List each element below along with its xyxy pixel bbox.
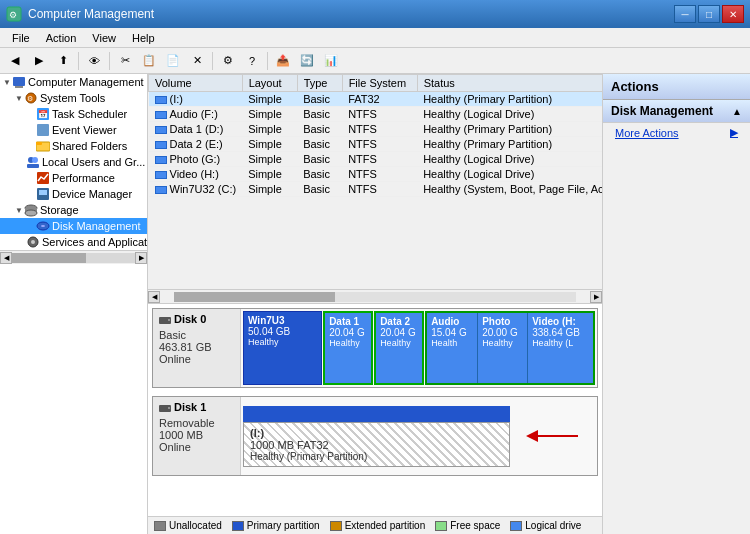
volume-name: Audio (F:) [170, 108, 218, 120]
partition-win7u3[interactable]: Win7U3 50.04 GB Healthy [243, 311, 322, 385]
layout-cell-5: Simple [242, 167, 297, 182]
layout-cell-3: Simple [242, 137, 297, 152]
tree-item-task-scheduler[interactable]: 📅 Task Scheduler [0, 106, 147, 122]
left-panel: ▼ Computer Management ▼ ⚙ System Tools 📅… [0, 74, 148, 534]
disk0-size: 463.81 GB [159, 341, 234, 353]
col-type[interactable]: Type [297, 75, 342, 92]
menu-file[interactable]: File [4, 30, 38, 46]
col-layout[interactable]: Layout [242, 75, 297, 92]
toolbar-back[interactable]: ◀ [4, 50, 26, 72]
tree-label-lu: Local Users and Gr... [42, 156, 145, 168]
table-row[interactable]: (I:)SimpleBasicFAT32Healthy (Primary Par… [149, 92, 603, 107]
vol-cell-5: Video (H:) [149, 167, 243, 182]
maximize-button[interactable]: □ [698, 5, 720, 23]
toolbar-extra[interactable]: 📊 [320, 50, 342, 72]
table-hscroll[interactable]: ◀ ▶ [148, 289, 602, 303]
tree-item-performance[interactable]: Performance [0, 170, 147, 186]
tree-item-system-tools[interactable]: ▼ ⚙ System Tools [0, 90, 147, 106]
tree-item-event-viewer[interactable]: Event Viewer [0, 122, 147, 138]
toolbar-paste[interactable]: 📄 [162, 50, 184, 72]
hscroll-left-btn[interactable]: ◀ [0, 252, 12, 264]
table-hscroll-left[interactable]: ◀ [148, 291, 160, 303]
disk1-main-partition[interactable]: (I:) 1000 MB FAT32 Healthy (Primary Part… [243, 422, 510, 467]
tree-item-services[interactable]: Services and Applicat... [0, 234, 147, 250]
tree-item-local-users[interactable]: Local Users and Gr... [0, 154, 147, 170]
svg-point-27 [168, 407, 170, 409]
layout-cell-6: Simple [242, 182, 297, 197]
partition-audio[interactable]: Audio 15.04 G Health [427, 313, 477, 383]
toolbar-show-hide[interactable]: 👁 [83, 50, 105, 72]
toolbar-up[interactable]: ⬆ [52, 50, 74, 72]
volume-name: Data 1 (D:) [170, 123, 224, 135]
col-status[interactable]: Status [417, 75, 602, 92]
main-layout: ▼ Computer Management ▼ ⚙ System Tools 📅… [0, 74, 750, 534]
disk1-partition[interactable]: (I:) 1000 MB FAT32 Healthy (Primary Part… [243, 406, 510, 467]
svg-text:⚙: ⚙ [27, 95, 33, 102]
table-scroll[interactable]: Volume Layout Type File System Status (I… [148, 74, 602, 289]
tree-label-dm: Device Manager [52, 188, 132, 200]
actions-more-label: More Actions [615, 127, 679, 139]
table-hscroll-right[interactable]: ▶ [590, 291, 602, 303]
partition-video[interactable]: Video (H: 338.64 GB Healthy (L [527, 313, 593, 383]
col-fs[interactable]: File System [342, 75, 417, 92]
volume-icon [155, 171, 167, 179]
partition-data1[interactable]: Data 1 20.04 G Healthy [323, 311, 373, 385]
legend-free: Free space [435, 520, 500, 531]
toolbar-export[interactable]: 📤 [272, 50, 294, 72]
device-manager-icon [36, 187, 50, 201]
tree-label-svc: Services and Applicat... [42, 236, 147, 248]
p-size-data2: 20.04 G [380, 327, 418, 338]
tree-item-computer-management[interactable]: ▼ Computer Management [0, 74, 147, 90]
tree-item-shared-folders[interactable]: Shared Folders [0, 138, 147, 154]
legend-unallocated-label: Unallocated [169, 520, 222, 531]
window-controls: ─ □ ✕ [674, 5, 744, 23]
table-row[interactable]: Data 1 (D:)SimpleBasicNTFSHealthy (Prima… [149, 122, 603, 137]
legend-extended: Extended partition [330, 520, 426, 531]
toolbar-delete[interactable]: ✕ [186, 50, 208, 72]
disk0-info: Disk 0 Basic 463.81 GB Online [153, 309, 241, 387]
table-row[interactable]: Video (H:)SimpleBasicNTFSHealthy (Logica… [149, 167, 603, 182]
disk1-row: Disk 1 Removable 1000 MB Online (I: [152, 396, 598, 476]
partition-photo[interactable]: Photo 20.00 G Healthy [477, 313, 527, 383]
disk0-partitions: Win7U3 50.04 GB Healthy Data 1 20.04 G H… [241, 309, 597, 387]
hscroll-right-btn[interactable]: ▶ [135, 252, 147, 264]
table-row[interactable]: Photo (G:)SimpleBasicNTFSHealthy (Logica… [149, 152, 603, 167]
legend-extended-label: Extended partition [345, 520, 426, 531]
menu-help[interactable]: Help [124, 30, 163, 46]
type-cell-1: Basic [297, 107, 342, 122]
menu-action[interactable]: Action [38, 30, 85, 46]
actions-more-link[interactable]: More Actions ▶ [603, 123, 750, 142]
legend-logical: Logical drive [510, 520, 581, 531]
tree-item-device-manager[interactable]: Device Manager [0, 186, 147, 202]
col-volume[interactable]: Volume [149, 75, 243, 92]
disk1-status: Online [159, 441, 234, 453]
table-hscroll-track [174, 292, 576, 302]
toolbar-forward[interactable]: ▶ [28, 50, 50, 72]
toolbar-copy[interactable]: 📋 [138, 50, 160, 72]
toolbar-help[interactable]: ? [241, 50, 263, 72]
toolbar-properties[interactable]: ⚙ [217, 50, 239, 72]
tree-item-storage[interactable]: ▼ Storage [0, 202, 147, 218]
disk1-vol-sublabel: 1000 MB FAT32 [250, 439, 503, 451]
toolbar-refresh[interactable]: 🔄 [296, 50, 318, 72]
table-row[interactable]: Audio (F:)SimpleBasicNTFSHealthy (Logica… [149, 107, 603, 122]
partition-data2[interactable]: Data 2 20.04 G Healthy [374, 311, 424, 385]
left-panel-hscroll[interactable]: ◀ ▶ [0, 250, 147, 264]
hscroll-thumb [12, 253, 86, 263]
toolbar-cut[interactable]: ✂ [114, 50, 136, 72]
p-status-data1: Healthy [329, 338, 367, 348]
p-status-data2: Healthy [380, 338, 418, 348]
minimize-button[interactable]: ─ [674, 5, 696, 23]
svg-rect-3 [15, 86, 23, 88]
volume-name: (I:) [170, 93, 183, 105]
table-row[interactable]: Win7U32 (C:)SimpleBasicNTFSHealthy (Syst… [149, 182, 603, 197]
performance-icon [36, 171, 50, 185]
table-row[interactable]: Data 2 (E:)SimpleBasicNTFSHealthy (Prima… [149, 137, 603, 152]
menu-view[interactable]: View [84, 30, 124, 46]
fs-cell-5: NTFS [342, 167, 417, 182]
disk-section: Disk 0 Basic 463.81 GB Online Win7U3 50.… [148, 304, 602, 516]
svg-point-23 [31, 240, 35, 244]
close-button[interactable]: ✕ [722, 5, 744, 23]
tree-item-disk-management[interactable]: Disk Management [0, 218, 147, 234]
status-cell-3: Healthy (Primary Partition) [417, 137, 602, 152]
